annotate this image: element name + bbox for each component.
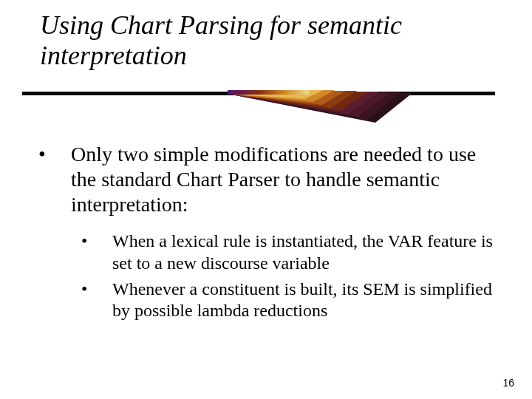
bullet-sub-text: When a lexical rule is instantiated, the… (112, 231, 494, 274)
body: • Only two simple modifications are need… (38, 142, 494, 327)
bullet-sub: • Whenever a constituent is built, its S… (81, 279, 494, 322)
svg-rect-0 (228, 90, 309, 95)
bullet-dot-icon: • (81, 279, 112, 322)
bullet-sub-text: Whenever a constituent is built, its SEM… (112, 279, 494, 322)
bullet-dot-icon: • (81, 231, 112, 274)
slide: Using Chart Parsing for semantic interpr… (0, 0, 532, 399)
page-number: 16 (502, 377, 514, 389)
slide-title: Using Chart Parsing for semantic interpr… (40, 10, 483, 72)
rule-ornament-icon (228, 81, 412, 126)
bullet-dot-icon: • (38, 142, 71, 217)
sub-bullets: • When a lexical rule is instantiated, t… (81, 231, 494, 321)
title-underline (22, 81, 495, 123)
bullet-sub: • When a lexical rule is instantiated, t… (81, 231, 494, 274)
bullet-main-text: Only two simple modifications are needed… (71, 142, 494, 217)
bullet-main: • Only two simple modifications are need… (38, 142, 494, 217)
